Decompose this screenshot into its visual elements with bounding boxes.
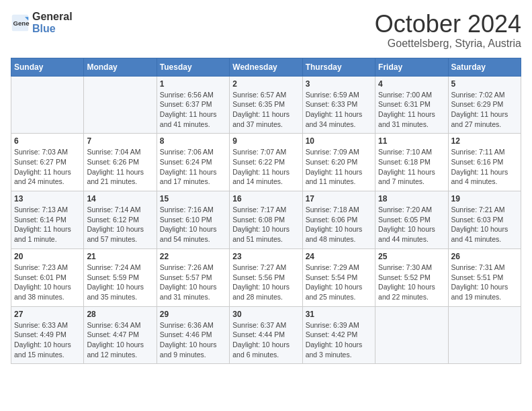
day-number: 30	[232, 310, 299, 319]
calendar-cell	[448, 306, 521, 364]
day-info: Sunrise: 7:09 AMSunset: 6:20 PMDaylight:…	[306, 147, 372, 187]
day-number: 1	[160, 79, 226, 89]
weekday-header-friday: Friday	[375, 58, 448, 76]
day-number: 12	[451, 136, 518, 146]
calendar-cell	[84, 76, 157, 134]
day-info: Sunrise: 7:24 AMSunset: 5:59 PMDaylight:…	[87, 263, 153, 302]
calendar-week-row: 6Sunrise: 7:03 AMSunset: 6:27 PMDaylight…	[11, 134, 521, 191]
calendar-cell: 20Sunrise: 7:23 AMSunset: 6:01 PMDayligh…	[11, 248, 84, 306]
weekday-header-monday: Monday	[84, 58, 157, 76]
day-info: Sunrise: 7:13 AMSunset: 6:14 PMDaylight:…	[14, 205, 81, 244]
location-title: Goettelsberg, Styria, Austria	[375, 38, 521, 50]
calendar-cell: 1Sunrise: 6:56 AMSunset: 6:37 PMDaylight…	[157, 76, 229, 134]
day-number: 29	[160, 310, 226, 319]
day-info: Sunrise: 7:27 AMSunset: 5:56 PMDaylight:…	[232, 263, 299, 302]
day-info: Sunrise: 6:39 AMSunset: 4:42 PMDaylight:…	[306, 320, 372, 360]
day-number: 15	[160, 194, 226, 203]
calendar-cell: 11Sunrise: 7:10 AMSunset: 6:18 PMDayligh…	[375, 134, 448, 191]
day-info: Sunrise: 7:16 AMSunset: 6:10 PMDaylight:…	[160, 205, 226, 244]
day-number: 23	[232, 252, 299, 261]
calendar-cell: 15Sunrise: 7:16 AMSunset: 6:10 PMDayligh…	[157, 191, 229, 249]
day-info: Sunrise: 6:36 AMSunset: 4:46 PMDaylight:…	[160, 320, 226, 360]
day-number: 21	[87, 252, 153, 261]
calendar-cell: 25Sunrise: 7:30 AMSunset: 5:52 PMDayligh…	[375, 248, 448, 306]
day-info: Sunrise: 7:11 AMSunset: 6:16 PMDaylight:…	[451, 147, 518, 187]
day-info: Sunrise: 7:29 AMSunset: 5:54 PMDaylight:…	[306, 263, 372, 302]
day-info: Sunrise: 7:18 AMSunset: 6:06 PMDaylight:…	[306, 205, 372, 244]
page-header: General General Blue October 2024 Goette…	[11, 11, 521, 50]
day-number: 14	[87, 194, 153, 203]
calendar-cell: 23Sunrise: 7:27 AMSunset: 5:56 PMDayligh…	[230, 248, 302, 306]
calendar-cell: 31Sunrise: 6:39 AMSunset: 4:42 PMDayligh…	[302, 306, 375, 364]
weekday-header-row: SundayMondayTuesdayWednesdayThursdayFrid…	[11, 58, 521, 76]
calendar-cell: 21Sunrise: 7:24 AMSunset: 5:59 PMDayligh…	[84, 248, 157, 306]
day-number: 26	[451, 252, 518, 261]
day-number: 27	[14, 310, 81, 319]
day-info: Sunrise: 7:06 AMSunset: 6:24 PMDaylight:…	[160, 147, 226, 187]
calendar-cell: 30Sunrise: 6:37 AMSunset: 4:44 PMDayligh…	[230, 306, 302, 364]
day-number: 17	[306, 194, 372, 203]
day-info: Sunrise: 7:23 AMSunset: 6:01 PMDaylight:…	[14, 263, 81, 302]
day-number: 16	[232, 194, 299, 203]
day-info: Sunrise: 7:17 AMSunset: 6:08 PMDaylight:…	[232, 205, 299, 244]
day-number: 11	[378, 136, 445, 146]
day-number: 7	[87, 136, 153, 146]
calendar-cell: 24Sunrise: 7:29 AMSunset: 5:54 PMDayligh…	[302, 248, 375, 306]
day-number: 25	[378, 252, 445, 261]
calendar-week-row: 1Sunrise: 6:56 AMSunset: 6:37 PMDaylight…	[11, 76, 521, 134]
day-number: 6	[14, 136, 81, 146]
day-number: 8	[160, 136, 226, 146]
logo-icon: General	[11, 13, 30, 32]
day-info: Sunrise: 7:10 AMSunset: 6:18 PMDaylight:…	[378, 147, 445, 187]
day-info: Sunrise: 7:26 AMSunset: 5:57 PMDaylight:…	[160, 263, 226, 302]
day-number: 3	[306, 79, 372, 89]
logo: General General Blue	[11, 11, 73, 34]
calendar-cell: 12Sunrise: 7:11 AMSunset: 6:16 PMDayligh…	[448, 134, 521, 191]
calendar-cell: 29Sunrise: 6:36 AMSunset: 4:46 PMDayligh…	[157, 306, 229, 364]
calendar-cell: 9Sunrise: 7:07 AMSunset: 6:22 PMDaylight…	[230, 134, 302, 191]
calendar-cell: 7Sunrise: 7:04 AMSunset: 6:26 PMDaylight…	[84, 134, 157, 191]
day-info: Sunrise: 6:59 AMSunset: 6:33 PMDaylight:…	[306, 90, 372, 130]
day-info: Sunrise: 6:37 AMSunset: 4:44 PMDaylight:…	[232, 320, 299, 360]
calendar-cell: 19Sunrise: 7:21 AMSunset: 6:03 PMDayligh…	[448, 191, 521, 249]
day-number: 5	[451, 79, 518, 89]
weekday-header-wednesday: Wednesday	[230, 58, 302, 76]
calendar-cell: 27Sunrise: 6:33 AMSunset: 4:49 PMDayligh…	[11, 306, 84, 364]
day-info: Sunrise: 7:31 AMSunset: 5:51 PMDaylight:…	[451, 263, 518, 302]
day-number: 2	[232, 79, 299, 89]
calendar-cell: 3Sunrise: 6:59 AMSunset: 6:33 PMDaylight…	[302, 76, 375, 134]
day-number: 28	[87, 310, 153, 319]
day-number: 20	[14, 252, 81, 261]
month-title: October 2024	[375, 11, 521, 38]
calendar-cell: 6Sunrise: 7:03 AMSunset: 6:27 PMDaylight…	[11, 134, 84, 191]
calendar-cell	[11, 76, 84, 134]
calendar-table: SundayMondayTuesdayWednesdayThursdayFrid…	[11, 58, 521, 365]
day-number: 19	[451, 194, 518, 203]
day-info: Sunrise: 7:04 AMSunset: 6:26 PMDaylight:…	[87, 147, 153, 187]
logo-general: General	[32, 11, 73, 23]
day-number: 13	[14, 194, 81, 203]
day-info: Sunrise: 7:21 AMSunset: 6:03 PMDaylight:…	[451, 205, 518, 244]
day-info: Sunrise: 6:56 AMSunset: 6:37 PMDaylight:…	[160, 90, 226, 130]
calendar-cell: 2Sunrise: 6:57 AMSunset: 6:35 PMDaylight…	[230, 76, 302, 134]
title-block: October 2024 Goettelsberg, Styria, Austr…	[375, 11, 521, 50]
calendar-cell: 14Sunrise: 7:14 AMSunset: 6:12 PMDayligh…	[84, 191, 157, 249]
calendar-cell: 4Sunrise: 7:00 AMSunset: 6:31 PMDaylight…	[375, 76, 448, 134]
calendar-cell: 16Sunrise: 7:17 AMSunset: 6:08 PMDayligh…	[230, 191, 302, 249]
day-info: Sunrise: 7:20 AMSunset: 6:05 PMDaylight:…	[378, 205, 445, 244]
weekday-header-sunday: Sunday	[11, 58, 84, 76]
day-number: 24	[306, 252, 372, 261]
day-number: 9	[232, 136, 299, 146]
calendar-week-row: 20Sunrise: 7:23 AMSunset: 6:01 PMDayligh…	[11, 248, 521, 306]
day-number: 31	[306, 310, 372, 319]
day-info: Sunrise: 7:03 AMSunset: 6:27 PMDaylight:…	[14, 147, 81, 187]
day-info: Sunrise: 6:33 AMSunset: 4:49 PMDaylight:…	[14, 320, 81, 360]
weekday-header-tuesday: Tuesday	[157, 58, 229, 76]
calendar-week-row: 27Sunrise: 6:33 AMSunset: 4:49 PMDayligh…	[11, 306, 521, 364]
calendar-cell	[375, 306, 448, 364]
day-info: Sunrise: 7:07 AMSunset: 6:22 PMDaylight:…	[232, 147, 299, 187]
calendar-cell: 8Sunrise: 7:06 AMSunset: 6:24 PMDaylight…	[157, 134, 229, 191]
calendar-cell: 10Sunrise: 7:09 AMSunset: 6:20 PMDayligh…	[302, 134, 375, 191]
day-info: Sunrise: 7:00 AMSunset: 6:31 PMDaylight:…	[378, 90, 445, 130]
day-number: 10	[306, 136, 372, 146]
